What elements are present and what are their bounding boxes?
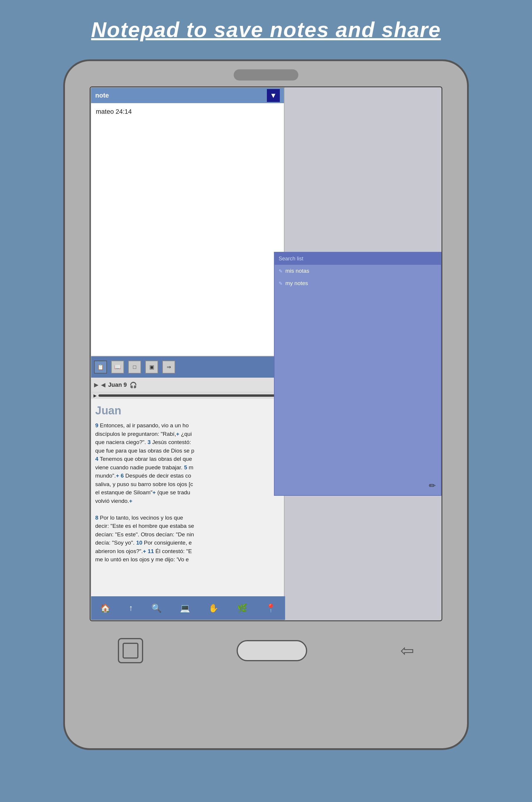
tablet-device: note mateo 24:14 📋 📖 □ ▣ ⇒ [63,59,469,750]
tablet-screen: note mateo 24:14 📋 📖 □ ▣ ⇒ [90,87,442,621]
bible-progress-bar: ▶ [91,392,284,399]
note-bullet-icon: ✎ [279,268,283,274]
page-title: Notepad to save notes and share [91,18,441,42]
note-label-my-notes: my notes [285,280,308,287]
nav-search-icon[interactable]: 🔍 [151,603,162,613]
tablet-speaker [234,69,298,80]
note-item-my-notes[interactable]: ✎ my notes [274,277,441,289]
verse-number: 9 [95,422,98,428]
headphones-icon[interactable]: 🎧 [130,381,137,388]
bible-toolbar: 📋 📖 □ ▣ ⇒ [91,357,284,378]
bible-verse-text: 9 Entonces, al ir pasando, vio a un ho d… [95,421,280,564]
notepad-download-button[interactable] [267,89,280,102]
bible-text-area: Juan 9 Entonces, al ir pasando, vio a un… [91,399,284,599]
bible-icon-book[interactable]: 📖 [111,361,124,374]
nav-library-icon[interactable]: 💻 [180,603,190,613]
nav-home-icon[interactable]: 🏠 [100,603,111,613]
nav-back-arrow[interactable]: ◀ [101,382,105,388]
back-button[interactable]: ⇦ [400,643,414,659]
notepad-area: note mateo 24:14 [91,87,285,369]
notes-panel-header: Search list [274,252,441,265]
notepad-content: mateo 24:14 [96,108,132,115]
notepad-title: note [95,92,109,99]
nav-up-icon[interactable]: ↑ [129,603,133,613]
nav-hand-icon[interactable]: ✋ [208,603,219,613]
nav-chapter-label[interactable]: Juan 9 [108,381,127,388]
note-item-mis-notas[interactable]: ✎ mis notas [274,265,441,277]
app-content: note mateo 24:14 📋 📖 □ ▣ ⇒ [91,87,441,620]
bible-bottom-nav: 🏠 ↑ 🔍 💻 ✋ 🌿 📍 [91,596,285,620]
play-icon[interactable]: ▶ [93,393,97,398]
progress-track[interactable] [98,395,282,397]
recent-apps-inner [122,643,138,658]
note-bullet-icon-2: ✎ [279,281,283,286]
tablet-top-bar [65,61,467,87]
notes-panel-title: Search list [279,256,303,262]
bible-icon-single[interactable]: □ [128,361,141,374]
pencil-icon[interactable]: ✏ [429,481,436,491]
chapter-title: Juan [95,402,280,419]
bible-icon-note[interactable]: 📋 [94,361,107,374]
bible-icon-arrows[interactable]: ⇒ [162,361,175,374]
notepad-body: mateo 24:14 [91,103,284,120]
bible-nav-bar: ▶ ◀ Juan 9 🎧 [91,378,284,392]
recent-apps-button[interactable] [118,638,143,663]
notes-panel: Search list ✎ mis notas ✎ my notes ✏ [274,252,441,496]
bible-icon-double[interactable]: ▣ [145,361,158,374]
home-button[interactable] [236,640,307,661]
nav-leaf-icon[interactable]: 🌿 [237,603,247,613]
nav-pin-icon[interactable]: 📍 [266,603,276,613]
nav-forward-arrow[interactable]: ▶ [94,382,98,388]
notepad-header: note [91,88,284,103]
tablet-bottom-buttons: ⇦ [65,621,467,680]
bible-app: 📋 📖 □ ▣ ⇒ ▶ ◀ Juan 9 🎧 ▶ [91,356,285,620]
note-label-mis-notas: mis notas [285,268,309,274]
